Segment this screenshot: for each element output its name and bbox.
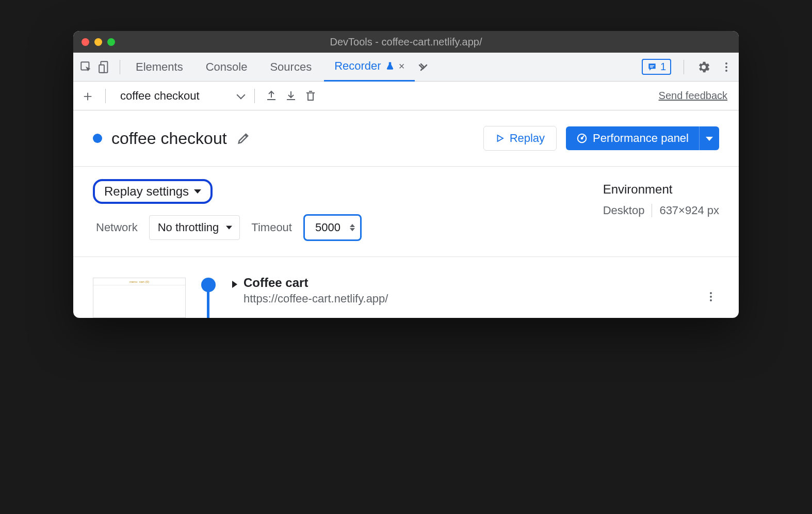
close-tab-icon[interactable]: × [399,60,405,72]
chevron-down-icon[interactable] [236,90,245,99]
timeline [201,278,217,318]
svg-point-6 [725,66,727,68]
network-throttling-value: No throttling [158,221,219,234]
thumbnail-header: menucart (0) [93,278,185,285]
replay-button[interactable]: Replay [483,126,557,151]
step-more-button[interactable] [703,288,719,307]
caret-down-icon [194,189,201,194]
performance-panel-label: Performance panel [593,132,689,145]
issues-count: 1 [660,61,666,73]
svg-rect-4 [650,67,653,68]
replay-button-label: Replay [510,132,545,145]
more-tabs-icon[interactable] [417,61,429,73]
step-thumbnail: menucart (0) [93,278,186,318]
tab-elements[interactable]: Elements [125,53,193,82]
window-title: DevTools - coffee-cart.netlify.app/ [330,36,482,48]
replay-settings-button[interactable]: Replay settings [93,179,213,204]
performance-button-group: Performance panel [566,126,719,150]
recorder-toolbar: ＋ coffee checkout Send feedback [73,82,739,110]
send-feedback-link[interactable]: Send feedback [659,90,727,102]
tab-console[interactable]: Console [196,53,258,82]
titlebar: DevTools - coffee-cart.netlify.app/ [73,31,739,53]
network-label: Network [96,221,138,234]
svg-point-10 [710,292,712,294]
divider [120,60,120,74]
environment-device: Desktop [603,204,653,217]
recording-title: coffee checkout [111,129,227,148]
expand-step-icon[interactable] [232,281,237,288]
timeout-input[interactable]: 5000 [303,214,362,241]
message-icon [647,62,657,72]
tab-sources[interactable]: Sources [259,53,322,82]
timeline-dot-icon [201,278,216,292]
svg-rect-2 [99,65,104,72]
stepper-icon[interactable] [350,224,355,231]
play-icon [495,134,505,143]
issues-badge[interactable]: 1 [642,59,671,75]
performance-panel-button[interactable]: Performance panel [566,126,699,150]
recording-header: coffee checkout Replay Performance panel [73,110,739,167]
device-toggle-icon[interactable] [98,60,111,74]
kebab-menu-icon[interactable] [720,61,733,73]
environment-dimensions: 637×924 px [659,204,719,217]
import-icon[interactable] [285,90,297,102]
gauge-icon [576,133,588,144]
svg-point-7 [725,70,727,72]
divider [105,89,106,103]
steps-list: menucart (0) Coffee cart https://coffee-… [73,257,739,318]
inspect-icon[interactable] [79,60,93,74]
export-icon[interactable] [265,90,278,102]
minimize-window-button[interactable] [94,38,102,46]
devtools-tabbar: Elements Console Sources Recorder × 1 [73,53,739,82]
environment-heading: Environment [603,182,719,197]
svg-point-5 [725,62,727,65]
step-title: Coffee cart [243,276,388,290]
step-url: https://coffee-cart.netlify.app/ [243,292,388,306]
svg-point-12 [710,299,712,301]
recording-selector[interactable]: coffee checkout [120,89,200,103]
svg-point-9 [581,138,583,139]
edit-icon[interactable] [236,131,251,146]
tab-recorder[interactable]: Recorder × [324,53,415,82]
divider [684,60,684,74]
devtools-window: DevTools - coffee-cart.netlify.app/ Elem… [73,31,739,318]
caret-down-icon [706,137,713,141]
flask-icon [385,61,395,71]
new-recording-button[interactable]: ＋ [80,86,95,106]
timeout-value: 5000 [315,221,340,234]
tab-recorder-label: Recorder [334,59,381,73]
performance-dropdown-button[interactable] [699,126,719,150]
settings-row: Replay settings Network No throttling Ti… [73,167,739,257]
kebab-menu-icon [705,291,717,303]
delete-icon[interactable] [304,90,317,102]
replay-settings-label: Replay settings [104,184,189,199]
window-controls [82,38,115,46]
record-indicator-icon [93,134,102,143]
svg-point-11 [710,296,712,298]
network-throttling-select[interactable]: No throttling [149,215,240,240]
close-window-button[interactable] [82,38,89,46]
maximize-window-button[interactable] [107,38,115,46]
divider [254,89,255,103]
svg-rect-3 [650,65,654,66]
timeout-label: Timeout [251,221,292,234]
gear-icon[interactable] [696,60,711,74]
